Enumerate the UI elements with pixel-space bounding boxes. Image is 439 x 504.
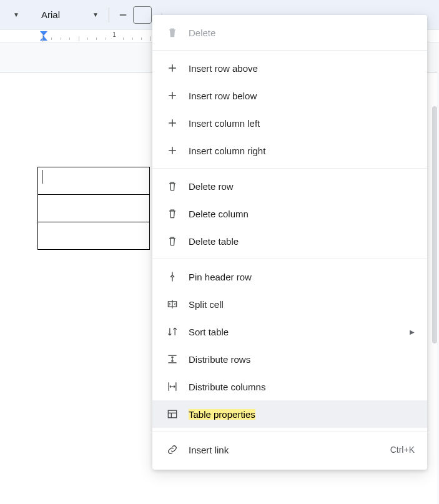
trash-icon (165, 25, 180, 40)
trash-icon (165, 234, 180, 249)
distribute-rows-icon (165, 352, 180, 367)
menu-sort-table[interactable]: Sort table ▶ (152, 318, 427, 345)
separator (152, 50, 427, 51)
minus-icon (117, 9, 129, 21)
menu-label: Insert column left (189, 118, 415, 129)
shortcut-label: Ctrl+K (390, 445, 415, 455)
pin-icon (165, 269, 180, 284)
menu-label: Distribute columns (189, 382, 415, 392)
trash-icon (165, 179, 180, 194)
text-cursor (42, 170, 42, 184)
table-cell[interactable] (38, 222, 150, 250)
context-menu: Delete Insert row above Insert row below… (152, 15, 427, 470)
table-row[interactable] (38, 167, 150, 195)
menu-label: Pin header row (189, 272, 415, 282)
menu-pin-header-row[interactable]: Pin header row (152, 263, 427, 290)
font-size-box[interactable] (133, 6, 152, 24)
menu-label: Delete (189, 27, 415, 38)
trash-icon (165, 206, 180, 221)
menu-label: Insert column right (189, 146, 415, 156)
font-name-label: Arial (41, 9, 90, 20)
menu-label: Split cell (189, 299, 415, 310)
font-picker[interactable]: Arial ▼ (35, 5, 105, 25)
menu-insert-row-above[interactable]: Insert row above (152, 54, 427, 82)
menu-delete-column[interactable]: Delete column (152, 200, 427, 227)
menu-insert-column-left[interactable]: Insert column left (152, 109, 427, 137)
menu-label: Insert row below (189, 91, 415, 101)
menu-label: Distribute rows (189, 354, 415, 365)
menu-delete-table[interactable]: Delete table (152, 227, 427, 255)
menu-insert-column-right[interactable]: Insert column right (152, 137, 427, 164)
scrollbar-thumb[interactable] (432, 106, 437, 343)
separator (152, 259, 427, 259)
left-indent-marker[interactable] (40, 36, 47, 41)
menu-label: Delete table (189, 236, 415, 247)
table-row[interactable] (38, 195, 150, 222)
menu-distribute-rows[interactable]: Distribute rows (152, 345, 427, 373)
plus-icon (165, 61, 180, 76)
menu-label: Insert link (189, 445, 383, 455)
distribute-columns-icon (165, 379, 180, 394)
vertical-scrollbar[interactable] (430, 106, 439, 493)
menu-label: Insert row above (189, 63, 415, 74)
separator (109, 7, 109, 22)
styles-dropdown[interactable]: ▼ (5, 5, 25, 25)
plus-icon (165, 88, 180, 103)
separator (152, 168, 427, 169)
table-cell[interactable] (38, 167, 150, 195)
menu-label: Table properties (189, 409, 415, 420)
sort-icon (165, 324, 180, 339)
separator (152, 432, 427, 432)
table-row[interactable] (38, 222, 150, 250)
font-size-decrease[interactable] (113, 5, 133, 25)
menu-distribute-columns[interactable]: Distribute columns (152, 373, 427, 400)
menu-delete-row[interactable]: Delete row (152, 172, 427, 200)
menu-insert-link[interactable]: Insert link Ctrl+K (152, 436, 427, 463)
menu-insert-row-below[interactable]: Insert row below (152, 82, 427, 109)
ruler-label-1: 1 (112, 31, 116, 38)
menu-label: Delete column (189, 209, 415, 219)
menu-table-properties[interactable]: Table properties (152, 400, 427, 428)
menu-split-cell[interactable]: Split cell (152, 290, 427, 318)
svg-rect-15 (168, 410, 176, 418)
first-line-indent-marker[interactable] (40, 31, 47, 36)
menu-delete[interactable]: Delete (152, 19, 427, 46)
table-icon (165, 407, 180, 422)
split-cell-icon (165, 297, 180, 312)
link-icon (165, 442, 180, 457)
submenu-arrow-icon: ▶ (410, 329, 415, 335)
document-table[interactable] (37, 167, 150, 250)
menu-label: Sort table (189, 327, 410, 337)
menu-label: Delete row (189, 181, 415, 192)
plus-icon (165, 116, 180, 131)
table-cell[interactable] (38, 195, 150, 222)
plus-icon (165, 143, 180, 158)
